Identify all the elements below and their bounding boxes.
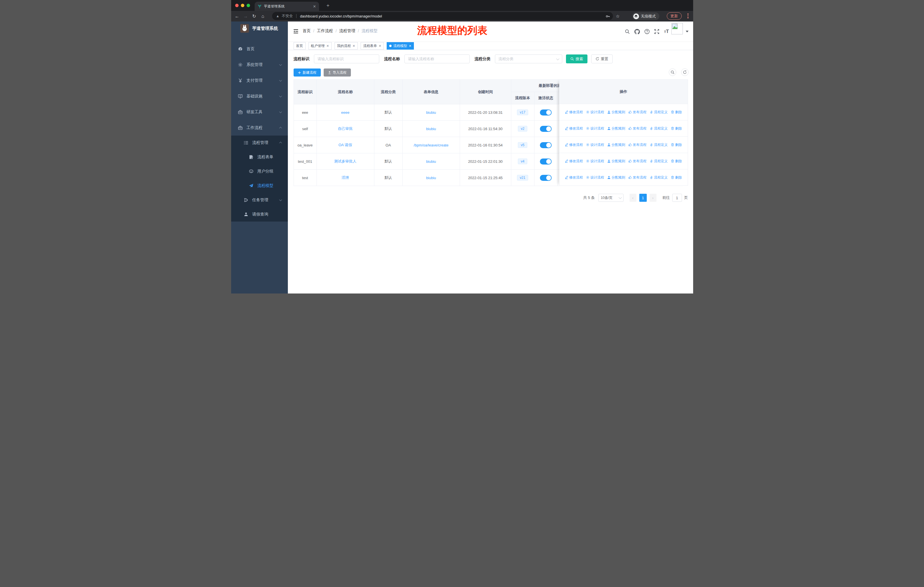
home-icon[interactable]: ⌂ bbox=[259, 14, 267, 19]
search-icon[interactable] bbox=[625, 29, 630, 34]
sidebar-item-process-mgmt[interactable]: 流程管理 bbox=[231, 136, 288, 150]
refresh-table-button[interactable] bbox=[681, 68, 688, 76]
active-toggle[interactable] bbox=[540, 126, 552, 132]
create-process-button[interactable]: 新建流程 bbox=[294, 68, 321, 76]
breadcrumb-process-mgmt[interactable]: 流程管理 bbox=[339, 28, 355, 33]
delete-link[interactable]: 删除 bbox=[671, 126, 682, 131]
process-definition-link[interactable]: 流程定义 bbox=[650, 142, 668, 147]
window-controls[interactable] bbox=[235, 4, 250, 7]
breadcrumb-workflow[interactable]: 工作流程 bbox=[317, 28, 333, 33]
github-icon[interactable] bbox=[634, 29, 640, 35]
import-process-button[interactable]: 导入流程 bbox=[323, 68, 351, 76]
modify-process-link[interactable]: 修改流程 bbox=[565, 175, 583, 180]
toggle-search-button[interactable] bbox=[669, 68, 676, 76]
avatar[interactable] bbox=[672, 23, 683, 35]
sidebar-item-process-form[interactable]: 流程表单 bbox=[231, 150, 288, 164]
tag-my-process[interactable]: 我的流程 ✕ bbox=[335, 42, 358, 50]
publish-process-link[interactable]: 发布流程 bbox=[629, 110, 647, 115]
fullscreen-icon[interactable] bbox=[654, 29, 659, 34]
form-info-link[interactable]: /bpm/oa/leave/create bbox=[414, 143, 448, 147]
process-name-link[interactable]: eeee bbox=[341, 110, 350, 115]
publish-process-link[interactable]: 发布流程 bbox=[629, 142, 647, 147]
design-process-link[interactable]: 设计流程 bbox=[586, 142, 604, 147]
assign-rule-link[interactable]: 分配规则 bbox=[607, 142, 625, 147]
browser-update-button[interactable]: 更新 bbox=[667, 12, 682, 20]
sidebar-item-home[interactable]: 首页 bbox=[231, 41, 288, 57]
sidebar-item-payment[interactable]: 支付管理 bbox=[231, 73, 288, 88]
publish-process-link[interactable]: 发布流程 bbox=[629, 175, 647, 180]
design-process-link[interactable]: 设计流程 bbox=[586, 175, 604, 180]
tag-home[interactable]: 首页 bbox=[294, 42, 305, 50]
sidebar-item-process-model[interactable]: 流程模型 bbox=[231, 179, 288, 193]
process-name-input[interactable] bbox=[404, 55, 470, 63]
form-info-link[interactable]: biubiu bbox=[426, 110, 436, 115]
forward-icon[interactable]: → bbox=[241, 14, 250, 19]
tag-close-icon[interactable]: ✕ bbox=[379, 44, 381, 48]
process-definition-link[interactable]: 流程定义 bbox=[650, 175, 668, 180]
tag-close-icon[interactable]: ✕ bbox=[409, 44, 411, 48]
bookmark-star-icon[interactable]: ☆ bbox=[616, 14, 620, 19]
next-page-button[interactable]: › bbox=[650, 194, 657, 202]
design-process-link[interactable]: 设计流程 bbox=[586, 159, 604, 164]
tag-close-icon[interactable]: ✕ bbox=[353, 44, 355, 48]
maximize-window-button[interactable] bbox=[247, 4, 250, 7]
modify-process-link[interactable]: 修改流程 bbox=[565, 126, 583, 131]
url-text[interactable]: dashboard.yudao.iocoder.cn/bpm/manager/m… bbox=[300, 14, 382, 18]
sidebar-toggle-icon[interactable] bbox=[293, 28, 299, 34]
font-size-icon[interactable]: TT bbox=[664, 29, 669, 35]
form-info-link[interactable]: biubiu bbox=[426, 176, 436, 180]
process-name-link[interactable]: 测试多审批人 bbox=[334, 159, 356, 164]
delete-link[interactable]: 删除 bbox=[671, 175, 682, 180]
search-button[interactable]: 搜索 bbox=[566, 55, 587, 63]
process-key-input[interactable] bbox=[314, 55, 379, 63]
url-bar[interactable]: ▲ 不安全 dashboard.yudao.iocoder.cn/bpm/man… bbox=[272, 12, 613, 20]
prev-page-button[interactable]: ‹ bbox=[630, 194, 637, 202]
modify-process-link[interactable]: 修改流程 bbox=[565, 110, 583, 115]
back-icon[interactable]: ← bbox=[233, 14, 241, 19]
sidebar-item-leave-query[interactable]: 请假查询 bbox=[231, 207, 288, 222]
design-process-link[interactable]: 设计流程 bbox=[586, 110, 604, 115]
help-icon[interactable] bbox=[644, 29, 650, 34]
design-process-link[interactable]: 设计流程 bbox=[586, 126, 604, 131]
sidebar-item-devtools[interactable]: 研发工具 bbox=[231, 104, 288, 120]
publish-process-link[interactable]: 发布流程 bbox=[629, 159, 647, 164]
avatar-caret-icon[interactable] bbox=[686, 31, 688, 32]
publish-process-link[interactable]: 发布流程 bbox=[629, 126, 647, 131]
close-window-button[interactable] bbox=[235, 4, 239, 7]
goto-page-input[interactable] bbox=[672, 194, 682, 202]
page-size-select[interactable]: 10条/页 bbox=[598, 194, 624, 202]
tab-close-icon[interactable]: ✕ bbox=[313, 4, 316, 8]
active-toggle[interactable] bbox=[540, 175, 552, 181]
password-key-icon[interactable] bbox=[606, 14, 610, 19]
breadcrumb-home[interactable]: 首页 bbox=[303, 28, 311, 33]
tag-process-form[interactable]: 流程表单 ✕ bbox=[361, 42, 384, 50]
process-name-link[interactable]: 自己审批 bbox=[338, 126, 353, 131]
modify-process-link[interactable]: 修改流程 bbox=[565, 142, 583, 147]
process-definition-link[interactable]: 流程定义 bbox=[650, 159, 668, 164]
browser-tab[interactable]: 芋道管理系统 ✕ bbox=[255, 2, 319, 11]
page-1-button[interactable]: 1 bbox=[639, 194, 647, 202]
sidebar-item-user-group[interactable]: 用户分组 bbox=[231, 164, 288, 179]
sidebar-item-workflow[interactable]: 工作流程 bbox=[231, 120, 288, 136]
delete-link[interactable]: 删除 bbox=[671, 142, 682, 147]
active-toggle[interactable] bbox=[540, 159, 552, 165]
browser-menu-icon[interactable] bbox=[687, 13, 688, 18]
reset-button[interactable]: 重置 bbox=[591, 55, 613, 63]
process-name-link[interactable]: OA 请假 bbox=[338, 143, 352, 147]
assign-rule-link[interactable]: 分配规则 bbox=[607, 110, 625, 115]
tag-tenant[interactable]: 租户管理 ✕ bbox=[309, 42, 332, 50]
new-tab-button[interactable]: ＋ bbox=[326, 3, 330, 8]
modify-process-link[interactable]: 修改流程 bbox=[565, 159, 583, 164]
process-definition-link[interactable]: 流程定义 bbox=[650, 126, 668, 131]
tag-close-icon[interactable]: ✕ bbox=[327, 44, 329, 48]
minimize-window-button[interactable] bbox=[241, 4, 244, 7]
tag-process-model[interactable]: 流程模型 ✕ bbox=[387, 42, 414, 50]
active-toggle[interactable] bbox=[540, 109, 552, 116]
process-definition-link[interactable]: 流程定义 bbox=[650, 110, 668, 115]
sidebar-item-infra[interactable]: 基础设施 bbox=[231, 88, 288, 104]
sidebar-item-task-mgmt[interactable]: 任务管理 bbox=[231, 193, 288, 207]
sidebar-item-system[interactable]: 系统管理 bbox=[231, 57, 288, 73]
reload-icon[interactable]: ↻ bbox=[250, 13, 259, 19]
form-info-link[interactable]: biubiu bbox=[426, 127, 436, 131]
category-select[interactable]: 流程分类 bbox=[495, 55, 562, 63]
